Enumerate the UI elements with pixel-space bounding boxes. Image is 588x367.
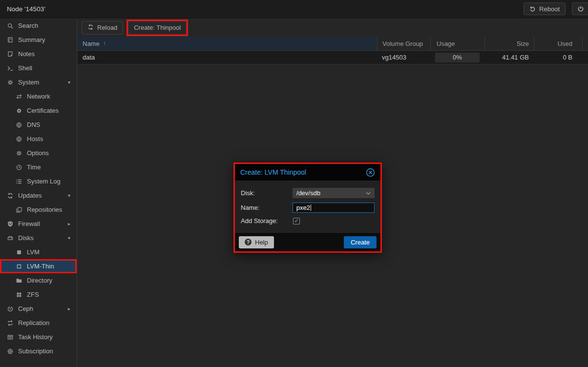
task-list-icon — [6, 333, 14, 341]
sidebar-item-network[interactable]: Network — [0, 89, 77, 103]
sidebar-item-ceph[interactable]: Ceph ▸ — [0, 302, 77, 316]
help-label: Help — [255, 239, 268, 246]
sidebar-item-notes[interactable]: Notes — [0, 47, 77, 61]
annotation-box-create-thinpool: Create: Thinpool — [126, 20, 188, 36]
usage-progress-bar: 0% — [435, 53, 480, 62]
question-mark-icon: ? — [245, 239, 252, 245]
top-bar: Node '14503' Reboot — [0, 0, 588, 18]
sidebar: Search Summary Notes Shell System ▾ Netw… — [0, 19, 77, 367]
table-row[interactable]: data vg14503 0% 41.41 GB 0 B — [78, 51, 588, 64]
create-thinpool-button[interactable]: Create: Thinpool — [128, 21, 187, 35]
cell-usage: 0% — [430, 51, 484, 64]
sidebar-item-task-history[interactable]: Task History — [0, 330, 77, 344]
book-icon — [6, 36, 14, 43]
sidebar-item-repositories[interactable]: Repositories — [0, 203, 77, 217]
sidebar-item-system[interactable]: System ▾ — [0, 75, 77, 89]
sidebar-item-zfs[interactable]: ZFS — [0, 287, 77, 302]
sidebar-item-dns[interactable]: DNS — [0, 118, 77, 132]
column-header-filler — [582, 37, 588, 50]
ceph-icon — [6, 305, 14, 312]
sidebar-item-time[interactable]: Time — [0, 160, 77, 174]
shield-icon — [6, 220, 14, 227]
reload-button[interactable]: Reload — [82, 21, 123, 35]
name-field-label: Name: — [241, 204, 293, 211]
dialog-title: Create: LVM Thinpool — [240, 168, 306, 176]
sidebar-item-system-log[interactable]: System Log — [0, 174, 77, 188]
column-header-name[interactable]: Name ↑ — [78, 37, 377, 50]
sidebar-item-shell[interactable]: Shell — [0, 61, 77, 75]
table-header: Name ↑ Volume Group Usage Size Used — [78, 37, 588, 51]
square-outline-icon — [15, 263, 22, 270]
terminal-icon — [6, 64, 14, 72]
clock-icon — [15, 163, 22, 171]
reload-label: Reload — [97, 24, 117, 31]
page-title: Node '14503' — [7, 5, 45, 13]
chevron-down-icon[interactable]: ▾ — [68, 80, 70, 85]
reboot-icon — [529, 6, 536, 12]
disk-field-label: Disk: — [241, 189, 293, 197]
drive-icon — [6, 234, 14, 242]
arrows-swap-icon — [15, 93, 22, 100]
copy-icon — [15, 206, 22, 213]
create-thinpool-label: Create: Thinpool — [134, 24, 181, 31]
add-storage-checkbox[interactable]: ✓ — [293, 218, 300, 224]
disk-select[interactable]: /dev/sdb — [293, 188, 375, 198]
sidebar-item-replication[interactable]: Replication — [0, 316, 77, 330]
text-cursor — [311, 204, 311, 211]
dialog-header[interactable]: Create: LVM Thinpool — [235, 164, 380, 181]
sidebar-item-certificates[interactable]: Certificates — [0, 103, 77, 118]
disk-select-value: /dev/sdb — [296, 189, 320, 197]
sidebar-item-options[interactable]: Options — [0, 146, 77, 160]
chevron-down-icon[interactable]: ▾ — [68, 235, 70, 241]
checkmark-icon: ✓ — [294, 218, 298, 224]
sidebar-item-directory[interactable]: Directory — [0, 273, 77, 287]
column-header-usage[interactable]: Usage — [430, 37, 484, 50]
reboot-label: Reboot — [539, 5, 560, 13]
cell-volume-group: vg14503 — [377, 51, 430, 64]
sidebar-item-lvm[interactable]: LVM — [0, 245, 77, 259]
sidebar-item-updates[interactable]: Updates ▾ — [0, 188, 77, 203]
cell-used: 0 B — [534, 51, 582, 64]
cell-name: data — [78, 51, 377, 64]
help-button[interactable]: ? Help — [239, 236, 274, 248]
create-lvm-thinpool-dialog: Create: LVM Thinpool Disk: /dev/sdb Name… — [233, 163, 382, 253]
folder-icon — [15, 277, 22, 284]
chevron-down-icon[interactable]: ▾ — [68, 193, 70, 198]
chevron-down-icon — [366, 192, 371, 195]
sidebar-item-firewall[interactable]: Firewall ▸ — [0, 217, 77, 231]
lifering-icon — [6, 347, 14, 355]
seal-icon — [15, 107, 22, 114]
refresh-icon — [6, 192, 14, 199]
column-header-size[interactable]: Size — [484, 37, 534, 50]
name-input[interactable]: pxe2 — [293, 203, 375, 213]
create-button[interactable]: Create — [344, 236, 377, 248]
dialog-footer: ? Help Create — [235, 232, 380, 251]
sidebar-item-hosts[interactable]: Hosts — [0, 132, 77, 146]
sort-ascending-icon: ↑ — [103, 40, 106, 47]
note-icon — [6, 50, 14, 58]
list-icon — [15, 178, 22, 185]
sidebar-item-disks[interactable]: Disks ▾ — [0, 231, 77, 245]
sidebar-item-subscription[interactable]: Subscription — [0, 344, 77, 358]
column-header-volume-group[interactable]: Volume Group — [377, 37, 430, 50]
name-input-value: pxe2 — [296, 204, 310, 211]
grid-icon — [15, 291, 22, 298]
sidebar-item-lvm-thin[interactable]: LVM-Thin — [0, 259, 77, 273]
square-filled-icon — [15, 248, 22, 256]
sidebar-item-search[interactable]: Search — [0, 19, 77, 33]
column-header-used[interactable]: Used — [534, 37, 582, 50]
reboot-button[interactable]: Reboot — [524, 2, 566, 15]
globe-icon — [15, 121, 22, 128]
power-icon — [577, 5, 584, 12]
sidebar-item-summary[interactable]: Summary — [0, 33, 77, 47]
add-storage-field-label: Add Storage: — [241, 217, 293, 224]
shutdown-button[interactable] — [572, 2, 588, 15]
chevron-right-icon[interactable]: ▸ — [68, 221, 70, 226]
close-icon[interactable] — [366, 168, 375, 177]
search-icon — [6, 22, 14, 29]
chevron-right-icon[interactable]: ▸ — [68, 306, 70, 311]
proxmox-node-window: Node '14503' Reboot Search Summary Notes… — [0, 0, 588, 367]
gear-icon — [6, 79, 14, 86]
refresh-icon — [87, 24, 94, 32]
cell-size: 41.41 GB — [484, 51, 534, 64]
